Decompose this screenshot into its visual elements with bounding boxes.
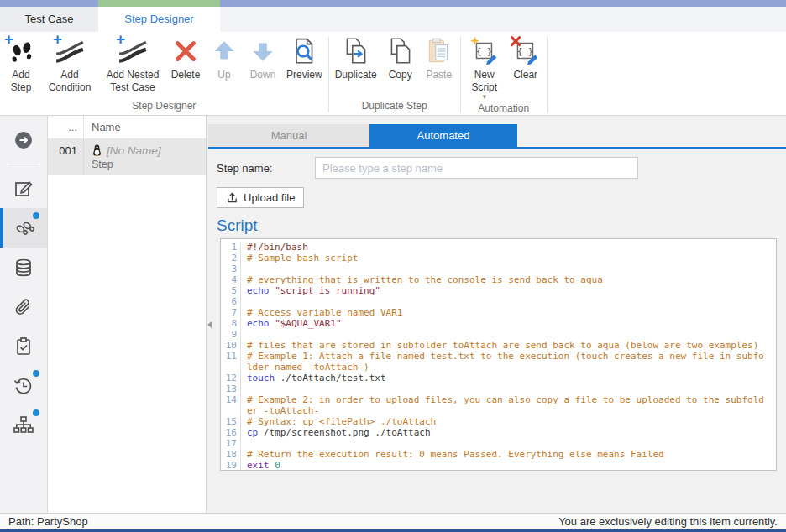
add-nested-test-case-label: Add Nested Test Case bbox=[103, 69, 162, 94]
ribbon-group-label: Duplicate Step bbox=[331, 97, 458, 115]
ribbon-group-step-designer: + Add Step + Add Condition bbox=[2, 34, 327, 115]
document-tabs: Test Case Step Designer bbox=[0, 7, 786, 32]
edit-icon bbox=[13, 178, 34, 200]
new-script-icon: { } bbox=[469, 36, 500, 66]
rail-switch-add-icon: + bbox=[118, 36, 148, 66]
linux-penguin-icon bbox=[92, 143, 102, 157]
sidebar-item-database[interactable] bbox=[0, 248, 47, 287]
sidebar-item-history[interactable] bbox=[0, 366, 47, 405]
ribbon-separator bbox=[547, 37, 548, 112]
code-line: 12touch ./toAttach/test.txt bbox=[221, 373, 776, 383]
code-line: 14# Example 2: in order to upload files,… bbox=[221, 394, 776, 416]
clear-script-button[interactable]: { } Clear bbox=[506, 34, 545, 81]
step-row-body: [No Name] Step bbox=[84, 139, 206, 175]
step-editor-panel: Manual Automated Step name: Upload file … bbox=[207, 116, 786, 513]
duplicate-docs-icon bbox=[341, 36, 371, 66]
tab-step-designer[interactable]: Step Designer bbox=[98, 7, 220, 32]
copy-button[interactable]: Copy bbox=[381, 34, 420, 81]
database-icon bbox=[13, 257, 34, 279]
ribbon-separator bbox=[460, 37, 461, 112]
code-line: 5echo "script is running" bbox=[221, 285, 776, 296]
delete-label: Delete bbox=[171, 69, 201, 81]
script-code-editor[interactable]: 1#!/bin/bash2# Sample bash script3 4# ev… bbox=[220, 238, 777, 471]
step-list-header: ... Name bbox=[48, 116, 206, 139]
notification-badge bbox=[33, 212, 39, 219]
down-button[interactable]: Down bbox=[244, 34, 282, 81]
copy-label: Copy bbox=[389, 69, 412, 81]
active-tab-underline bbox=[208, 147, 786, 149]
document-magnifier-icon bbox=[289, 36, 319, 66]
sidebar-item-steps[interactable] bbox=[0, 208, 47, 248]
svg-text:{ }: { } bbox=[476, 46, 492, 56]
code-lines: 1#!/bin/bash2# Sample bash script3 4# ev… bbox=[221, 242, 776, 471]
tab-automated[interactable]: Automated bbox=[369, 124, 517, 147]
arrow-up-icon bbox=[209, 36, 239, 66]
code-line: 16cp /tmp/screenshot.png ./toAttach bbox=[221, 427, 776, 438]
svg-text:{ }: { } bbox=[517, 46, 533, 56]
ribbon-group-label: Automation bbox=[463, 100, 545, 117]
code-line: 4# everything that is written to the con… bbox=[221, 274, 776, 285]
ribbon-separator bbox=[328, 37, 329, 112]
delete-button[interactable]: Delete bbox=[166, 34, 205, 81]
new-script-button[interactable]: { } New Script ▾ bbox=[463, 34, 506, 100]
sidebar-item-hierarchy[interactable] bbox=[0, 405, 47, 445]
up-button[interactable]: Up bbox=[205, 34, 244, 81]
code-line: 7# Access variable named VAR1 bbox=[221, 307, 776, 318]
step-name-input[interactable] bbox=[315, 157, 638, 179]
org-chart-icon bbox=[13, 415, 34, 436]
status-editing-message: You are exclusively editing this item cu… bbox=[558, 515, 778, 528]
step-number: 001 bbox=[48, 139, 84, 175]
paste-button[interactable]: Paste bbox=[420, 34, 458, 81]
sidebar-item-attachments[interactable] bbox=[0, 287, 47, 326]
preview-button[interactable]: Preview bbox=[282, 34, 327, 81]
duplicate-label: Duplicate bbox=[335, 69, 377, 81]
notification-badge bbox=[33, 370, 39, 377]
add-condition-label: Add Condition bbox=[45, 69, 95, 94]
sidebar-divider bbox=[8, 164, 39, 164]
chevron-down-icon: ▾ bbox=[482, 94, 486, 100]
delete-x-icon bbox=[170, 36, 201, 66]
step-mode-tabs: Manual Automated bbox=[207, 116, 786, 147]
column-header-name: Name bbox=[84, 116, 206, 138]
upload-file-label: Upload file bbox=[244, 191, 295, 204]
footprints-add-icon: + bbox=[6, 36, 36, 66]
clear-script-icon: { } bbox=[511, 36, 541, 66]
content-area: ... Name 001 [No Name] bbox=[0, 116, 786, 513]
step-list-panel: ... Name 001 [No Name] bbox=[48, 116, 207, 513]
add-condition-button[interactable]: + Add Condition bbox=[40, 34, 99, 94]
rail-switch-add-icon: + bbox=[55, 36, 85, 66]
code-line: 2# Sample bash script bbox=[221, 253, 776, 263]
ribbon: + Add Step + Add Condition bbox=[0, 32, 786, 116]
code-line: 13 bbox=[221, 383, 776, 394]
ribbon-group-label: Step Designer bbox=[2, 97, 327, 115]
code-line: 8echo "$AQUA_VAR1" bbox=[221, 318, 776, 329]
up-label: Up bbox=[217, 69, 230, 81]
code-line: 11# Example 1: Attach a file named test.… bbox=[221, 351, 776, 373]
collapse-panel-handle[interactable] bbox=[207, 314, 215, 336]
tab-manual[interactable]: Manual bbox=[208, 124, 369, 147]
app-window: Test Case Step Designer bbox=[0, 0, 786, 532]
code-line: 17 bbox=[221, 438, 776, 449]
step-subtitle: Step bbox=[92, 159, 206, 170]
upload-file-button[interactable]: Upload file bbox=[217, 187, 304, 208]
paste-label: Paste bbox=[426, 69, 452, 81]
duplicate-button[interactable]: Duplicate bbox=[331, 34, 381, 81]
sidebar bbox=[0, 116, 48, 513]
active-tab-accent bbox=[98, 0, 220, 7]
code-line: 9 bbox=[221, 329, 776, 340]
step-name-label: Step name: bbox=[217, 162, 315, 175]
add-step-button[interactable]: + Add Step bbox=[2, 34, 40, 94]
sidebar-item-review[interactable] bbox=[0, 326, 47, 366]
sidebar-item-navigate[interactable] bbox=[0, 120, 47, 159]
ribbon-group-duplicate-step: Duplicate Copy bbox=[331, 34, 458, 115]
tab-test-case[interactable]: Test Case bbox=[0, 7, 98, 32]
add-nested-test-case-button[interactable]: + Add Nested Test Case bbox=[99, 34, 166, 94]
step-list-row[interactable]: 001 [No Name] Step bbox=[48, 139, 206, 175]
paperclip-icon bbox=[13, 296, 34, 318]
code-line: 3 bbox=[221, 263, 776, 274]
script-heading: Script bbox=[217, 216, 786, 235]
sidebar-item-edit[interactable] bbox=[0, 169, 47, 208]
new-script-label: New Script bbox=[467, 69, 502, 94]
chevron-left-icon bbox=[207, 321, 212, 328]
code-line: 1#!/bin/bash bbox=[221, 242, 776, 253]
